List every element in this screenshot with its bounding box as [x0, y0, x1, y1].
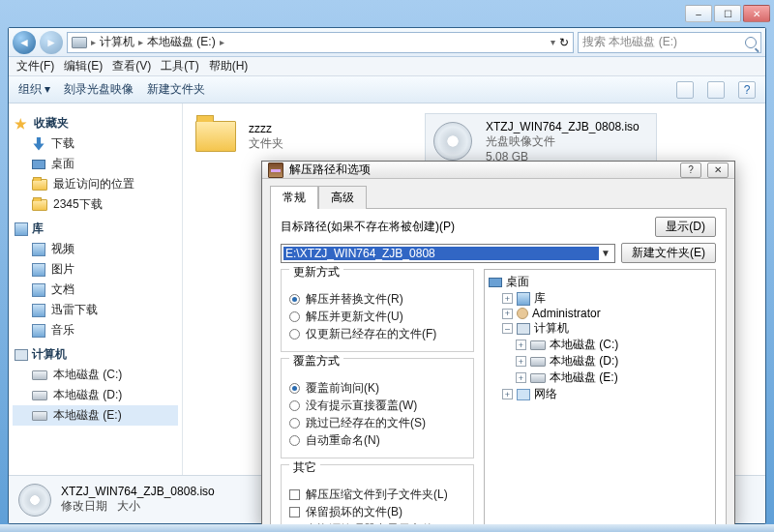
check-subfolder[interactable]: 解压压缩文件到子文件夹(L)	[289, 487, 465, 503]
file-type: 光盘映像文件	[486, 133, 640, 150]
show-button[interactable]: 显示(D)	[655, 217, 716, 237]
new-folder-button[interactable]: 新建文件夹(E)	[621, 243, 716, 263]
desktop-icon	[489, 278, 502, 287]
radio-icon	[289, 294, 300, 305]
breadcrumb[interactable]: 本地磁盘 (E:)	[147, 34, 216, 50]
expand-icon[interactable]: +	[516, 356, 526, 367]
new-folder-button[interactable]: 新建文件夹	[147, 81, 205, 98]
sidebar-item-documents[interactable]: 文档	[13, 280, 178, 300]
collapse-icon[interactable]: –	[502, 323, 513, 334]
destination-path-input[interactable]: E:\XTZJ_WIN764_ZJB_0808 ▼	[281, 244, 615, 263]
sidebar-item-downloads[interactable]: 下载	[13, 133, 178, 154]
sidebar-item-drive-c[interactable]: 本地磁盘 (C:)	[13, 365, 178, 385]
menu-view[interactable]: 查看(V)	[112, 58, 151, 74]
taskbar	[0, 524, 774, 532]
radio-extract-replace[interactable]: 解压并替换文件(R)	[289, 291, 465, 308]
sidebar-item-drive-e[interactable]: 本地磁盘 (E:)	[13, 405, 178, 426]
sidebar-item-thunder[interactable]: 迅雷下载	[13, 300, 178, 320]
help-icon[interactable]: ?	[738, 81, 756, 99]
tree-node[interactable]: –计算机	[489, 320, 711, 337]
search-icon	[745, 37, 757, 48]
sidebar: ★收藏夹 下载 桌面 最近访问的位置 2345下载 库 视频 图片 文档 迅雷下…	[9, 103, 183, 475]
tree-node[interactable]: +Administrator	[489, 307, 711, 320]
user-icon	[517, 308, 528, 319]
folder-tree[interactable]: 桌面 +库 +Administrator –计算机 +本地磁盘 (C:) +本地…	[484, 269, 716, 532]
menu-help[interactable]: 帮助(H)	[209, 58, 249, 74]
tree-node[interactable]: +本地磁盘 (C:)	[489, 337, 711, 353]
chevron-down-icon[interactable]: ▾	[551, 37, 555, 47]
library-icon	[517, 292, 530, 306]
view-options-button[interactable]	[676, 81, 694, 99]
checkbox-icon	[289, 489, 300, 500]
file-type: 文件夹	[249, 135, 283, 152]
details-date-label: 修改日期	[61, 499, 107, 513]
window-min-button[interactable]: –	[685, 5, 712, 22]
radio-icon	[289, 400, 300, 411]
refresh-icon[interactable]: ↻	[559, 36, 569, 49]
list-item[interactable]: zzzz 文件夹	[193, 113, 405, 160]
radio-no-prompt[interactable]: 没有提示直接覆盖(W)	[289, 398, 465, 414]
radio-only-existing[interactable]: 仅更新已经存在的文件(F)	[289, 326, 465, 342]
menu-tools[interactable]: 工具(T)	[161, 58, 198, 74]
sidebar-head-computer: 计算机	[32, 346, 67, 363]
sidebar-item-desktop[interactable]: 桌面	[13, 154, 178, 174]
tree-node[interactable]: +本地磁盘 (D:)	[489, 353, 711, 369]
expand-icon[interactable]: +	[502, 389, 513, 399]
tree-node[interactable]: +网络	[489, 386, 711, 402]
sidebar-item-videos[interactable]: 视频	[13, 239, 178, 259]
radio-ask-overwrite[interactable]: 覆盖前询问(K)	[289, 380, 465, 397]
search-input[interactable]: 搜索 本地磁盘 (E:)	[578, 32, 761, 53]
file-name: zzzz	[249, 122, 283, 135]
organize-button[interactable]: 组织 ▾	[18, 81, 50, 98]
menu-file[interactable]: 文件(F)	[16, 58, 54, 74]
chevron-right-icon: ▸	[138, 37, 143, 47]
expand-icon[interactable]: +	[502, 293, 513, 304]
sidebar-item-drive-d[interactable]: 本地磁盘 (D:)	[13, 385, 178, 405]
dialog-close-button[interactable]: ✕	[707, 163, 729, 178]
disc-icon	[433, 122, 472, 161]
check-keep-broken[interactable]: 保留损坏的文件(B)	[289, 504, 465, 520]
nav-back-button[interactable]: ◄	[13, 31, 36, 54]
menubar: 文件(F) 编辑(E) 查看(V) 工具(T) 帮助(H)	[9, 57, 765, 76]
radio-icon	[289, 329, 300, 340]
menu-edit[interactable]: 编辑(E)	[64, 58, 103, 74]
computer-icon	[517, 323, 530, 335]
burn-button[interactable]: 刻录光盘映像	[64, 81, 134, 98]
radio-skip-existing[interactable]: 跳过已经存在的文件(S)	[289, 415, 465, 431]
details-name: XTZJ_WIN764_ZJB_0808.iso	[61, 485, 215, 498]
extract-dialog: 解压路径和选项 ? ✕ 常规 高级 目标路径(如果不存在将被创建)(P) 显示(…	[261, 161, 735, 528]
expand-icon[interactable]: +	[502, 309, 513, 319]
sidebar-item-music[interactable]: 音乐	[13, 320, 178, 340]
star-icon: ★	[15, 117, 30, 131]
dialog-help-button[interactable]: ?	[680, 163, 701, 178]
tab-general[interactable]: 常规	[270, 186, 318, 209]
folder-icon	[32, 199, 47, 211]
sidebar-item-pictures[interactable]: 图片	[13, 259, 178, 280]
radio-icon	[289, 435, 300, 446]
address-bar[interactable]: ▸ 计算机 ▸ 本地磁盘 (E:) ▸ ▾ ↻	[67, 32, 574, 53]
folder-icon	[195, 121, 236, 152]
expand-icon[interactable]: +	[516, 340, 526, 350]
chevron-down-icon[interactable]: ▼	[599, 248, 612, 258]
tree-node[interactable]: +库	[489, 290, 711, 307]
chevron-right-icon: ▸	[220, 37, 224, 47]
sidebar-head-libraries: 库	[32, 221, 44, 237]
preview-pane-button[interactable]	[707, 81, 725, 99]
tab-advanced[interactable]: 高级	[318, 186, 367, 209]
file-name: XTZJ_WIN764_ZJB_0808.iso	[486, 120, 640, 133]
window-close-button[interactable]: ✕	[743, 5, 770, 22]
tree-node[interactable]: +本地磁盘 (E:)	[489, 369, 711, 386]
desktop-icon	[32, 160, 45, 169]
radio-extract-update[interactable]: 解压并更新文件(U)	[289, 309, 465, 325]
thunder-icon	[32, 304, 45, 317]
radio-auto-rename[interactable]: 自动重命名(N)	[289, 432, 465, 449]
breadcrumb[interactable]: 计算机	[100, 34, 134, 50]
nav-forward-button[interactable]: ►	[40, 31, 63, 54]
drive-icon	[530, 373, 546, 383]
expand-icon[interactable]: +	[516, 372, 526, 383]
group-title: 覆盖方式	[289, 353, 343, 369]
sidebar-item-recent[interactable]: 最近访问的位置	[13, 174, 178, 194]
dialog-title: 解压路径和选项	[289, 162, 674, 178]
window-max-button[interactable]: ☐	[714, 5, 741, 22]
sidebar-item-2345[interactable]: 2345下载	[13, 194, 178, 215]
